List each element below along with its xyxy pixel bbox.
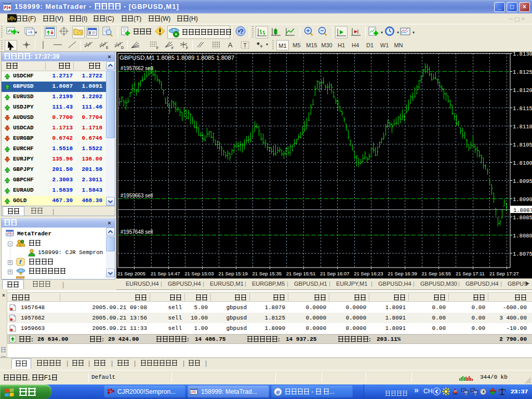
svg-text:1.8110: 1.8110 <box>513 124 532 130</box>
svg-text:1.8105: 1.8105 <box>513 142 532 148</box>
svg-text:1.8095: 1.8095 <box>513 178 532 184</box>
svg-text:GBPUSD,M1 1.8085 1.8089 1.808: GBPUSD,M1 1.8085 1.8089 1.8085 1.8087 <box>119 55 234 61</box>
svg-text:1.8130: 1.8130 <box>513 52 532 57</box>
svg-text:1.8125: 1.8125 <box>513 69 532 75</box>
svg-text:#1959663 sell: #1959663 sell <box>121 193 153 198</box>
svg-text:T: T <box>243 42 247 48</box>
svg-text:e: e <box>276 388 280 396</box>
svg-text:21 Sep 16:23: 21 Sep 16:23 <box>354 271 383 276</box>
svg-text:21 Sep 16:55: 21 Sep 16:55 <box>422 271 451 276</box>
svg-text:A: A <box>228 41 233 49</box>
svg-text:21 Sep 15:03: 21 Sep 15:03 <box>184 271 214 276</box>
svg-text:21 Sep 16:07: 21 Sep 16:07 <box>320 271 350 276</box>
svg-text:21 Sep 17:27: 21 Sep 17:27 <box>489 271 519 276</box>
svg-text:#1957648 sell: #1957648 sell <box>121 229 153 235</box>
svg-text:21 Sep 15:51: 21 Sep 15:51 <box>286 271 316 276</box>
svg-text:?: ? <box>240 28 243 35</box>
svg-text:1.8085: 1.8085 <box>513 215 532 221</box>
svg-text:1.8120: 1.8120 <box>513 87 532 94</box>
svg-text:F: F <box>186 46 188 50</box>
svg-text:1.8100: 1.8100 <box>513 160 532 166</box>
svg-text:21 Sep 2005: 21 Sep 2005 <box>117 271 145 276</box>
svg-text:21 Sep 17:11: 21 Sep 17:11 <box>456 271 485 276</box>
svg-text:D: D <box>121 46 124 49</box>
svg-text:F: F <box>171 46 174 50</box>
svg-text:1.8090: 1.8090 <box>513 196 532 203</box>
svg-text:#1957662 sell: #1957662 sell <box>121 65 153 71</box>
svg-text:21 Sep 16:39: 21 Sep 16:39 <box>388 271 417 276</box>
svg-text:21 Sep 14:47: 21 Sep 14:47 <box>151 271 180 276</box>
svg-text:1.8080: 1.8080 <box>513 233 532 239</box>
svg-text:1.8087: 1.8087 <box>513 207 532 214</box>
svg-text:1.8075: 1.8075 <box>513 251 532 257</box>
svg-text:1.8115: 1.8115 <box>513 105 532 112</box>
svg-text:F: F <box>156 46 158 50</box>
svg-text:21 Sep 15:19: 21 Sep 15:19 <box>218 271 248 276</box>
svg-text:E: E <box>106 46 109 49</box>
svg-text:21 Sep 15:35: 21 Sep 15:35 <box>252 271 282 276</box>
